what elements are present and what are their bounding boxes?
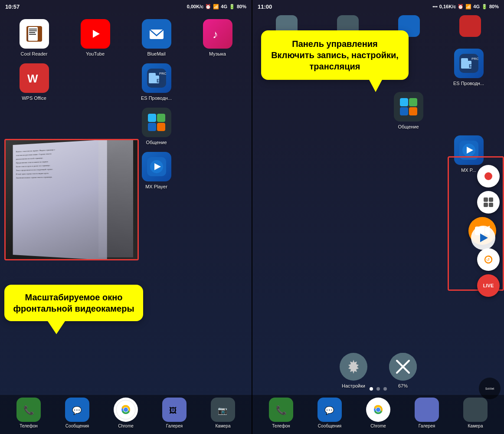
- app-empty2: [187, 60, 248, 104]
- right-balloon-text: Панель управления Включить запись, настр…: [271, 38, 399, 72]
- app-es[interactable]: ES PRO ES Проводн...: [126, 60, 187, 104]
- left-battery-icon: 🔋: [229, 4, 235, 10]
- dock-phone-right[interactable]: 📞 Телефон: [269, 398, 293, 428]
- right-battery-pct: 80%: [489, 4, 499, 9]
- mxplayer-icon: [142, 152, 171, 181]
- svg-rect-46: [400, 98, 408, 106]
- left-time: 10:57: [5, 3, 20, 10]
- svg-text:PRO: PRO: [471, 57, 478, 61]
- right-signal-icon: 📶: [465, 4, 471, 10]
- dock-messages-left[interactable]: 💬 Сообщения: [65, 398, 89, 428]
- svg-rect-42: [461, 58, 468, 62]
- app-coolreader[interactable]: Cool Reader: [3, 16, 65, 60]
- dock-camera-left[interactable]: 📷 Камера: [211, 398, 235, 428]
- coolreader-icon: [20, 19, 49, 49]
- right-balloon-arrow: [369, 79, 383, 92]
- gallery-label-left: Галерея: [166, 424, 183, 428]
- app-muzika[interactable]: ♪ Музыка: [187, 16, 248, 60]
- left-alarm-icon: ⏰: [205, 4, 211, 10]
- partial-app4: [439, 15, 501, 37]
- dot-2: [376, 387, 380, 391]
- dot-1: [370, 387, 373, 391]
- es-label: ES Проводн...: [141, 95, 172, 101]
- svg-rect-16: [149, 73, 156, 76]
- watermark: SoViet: [479, 378, 501, 399]
- record-button[interactable]: [477, 165, 500, 187]
- phone-icon-left: 📞: [16, 398, 41, 422]
- dock-phone-left[interactable]: 📞 Телефон: [16, 398, 41, 428]
- right-status-bar: 11:00 ••• 0,16K/c ⏰ 📶 4G 🔋 80%: [252, 0, 504, 13]
- camera-preview-window[interactable]: Книга с текстом на экране. Видна страниц…: [4, 139, 139, 260]
- app-youtube[interactable]: YouTube: [65, 16, 126, 60]
- left-status-icons: 0,00K/c ⏰ 📶 4G 🔋 80%: [187, 4, 246, 10]
- dock-gallery-right[interactable]: Галерея: [415, 398, 439, 428]
- play-overlay[interactable]: [471, 226, 495, 250]
- svg-rect-2: [29, 29, 37, 30]
- phone-label-right: Телефон: [272, 424, 290, 428]
- dock-messages-right[interactable]: 💬 Сообщения: [317, 398, 342, 428]
- dock-chrome-left[interactable]: Chrome: [114, 398, 138, 428]
- app-bluemail[interactable]: BlueMail: [126, 16, 187, 60]
- right-app-es[interactable]: ES PRO ES Проводн...: [437, 45, 501, 89]
- right-time: 11:00: [258, 3, 272, 10]
- svg-text:↺: ↺: [486, 257, 490, 262]
- right-dots: •••: [432, 4, 438, 9]
- svg-text:ES: ES: [157, 78, 163, 83]
- grid-button[interactable]: [477, 191, 500, 214]
- right-network-speed: 0,16K/c: [439, 4, 456, 9]
- muzika-label: Музыка: [209, 51, 226, 56]
- camera-label-right: Камера: [468, 424, 483, 428]
- left-balloon: Масштабируемое окно фронтальной видеокам…: [4, 285, 143, 321]
- svg-point-53: [484, 172, 492, 180]
- svg-text:♪: ♪: [213, 28, 218, 41]
- right-dock: 📞 Телефон 💬 Сообщения: [252, 395, 504, 434]
- settings-item[interactable]: Настройки: [340, 353, 367, 388]
- es-icon: ES PRO: [142, 63, 171, 93]
- svg-rect-75: [420, 403, 434, 417]
- left-dock: 📞 Телефон 💬 Сообщения: [0, 395, 252, 434]
- close-label: 67%: [398, 383, 408, 388]
- camera-label-left: Камера: [216, 424, 231, 428]
- svg-rect-20: [148, 114, 156, 122]
- svg-point-74: [376, 408, 380, 412]
- youtube-icon: [81, 19, 110, 49]
- close-item[interactable]: 67%: [389, 353, 417, 388]
- svg-rect-48: [400, 107, 408, 115]
- right-obschenie-label: Общение: [398, 124, 419, 129]
- bottom-settings-row: Настройки 67%: [340, 353, 417, 388]
- gallery-icon-right: [415, 398, 439, 422]
- dock-camera-right[interactable]: Камера: [463, 398, 488, 428]
- watermark-text: SoViet: [485, 387, 494, 390]
- coolreader-label: Cool Reader: [21, 51, 48, 56]
- live-button[interactable]: LIVE: [477, 274, 500, 297]
- chrome-icon-right: [366, 398, 390, 422]
- youtube-label: YouTube: [86, 51, 105, 56]
- cam-settings-button[interactable]: ↺: [477, 248, 500, 271]
- left-balloon-text: Масштабируемое окно фронтальной видеокам…: [13, 292, 134, 314]
- svg-text:📞: 📞: [276, 405, 287, 415]
- muzika-icon: ♪: [203, 19, 232, 49]
- svg-rect-49: [409, 107, 417, 115]
- app-wps[interactable]: W WPS Office: [3, 60, 65, 104]
- phone-label-left: Телефон: [20, 424, 37, 428]
- obschenie-label: Общение: [146, 140, 167, 145]
- app-empty1: [65, 60, 126, 104]
- svg-rect-5: [29, 34, 36, 35]
- messages-icon-right: 💬: [317, 398, 342, 422]
- empty2-icon: [203, 63, 232, 93]
- dock-chrome-right[interactable]: Chrome: [366, 398, 390, 428]
- right-es-icon: ES PRO: [454, 49, 484, 78]
- partial-icon4: [459, 15, 481, 37]
- dock-gallery-left[interactable]: 🖼 Галерея: [162, 398, 187, 428]
- svg-text:W: W: [27, 72, 38, 85]
- messages-label-right: Сообщения: [318, 424, 341, 428]
- svg-text:ES: ES: [469, 63, 475, 69]
- svg-rect-54: [484, 197, 488, 202]
- left-network-type: 4G: [221, 4, 227, 9]
- right-app-obschenie[interactable]: Общение: [376, 89, 440, 133]
- right-status-icons: ••• 0,16K/c ⏰ 📶 4G 🔋 80%: [432, 4, 499, 10]
- right-network-type: 4G: [473, 4, 480, 9]
- svg-rect-3: [29, 30, 37, 31]
- right-app-row3: Общение: [252, 87, 504, 130]
- wps-icon: W: [20, 63, 49, 93]
